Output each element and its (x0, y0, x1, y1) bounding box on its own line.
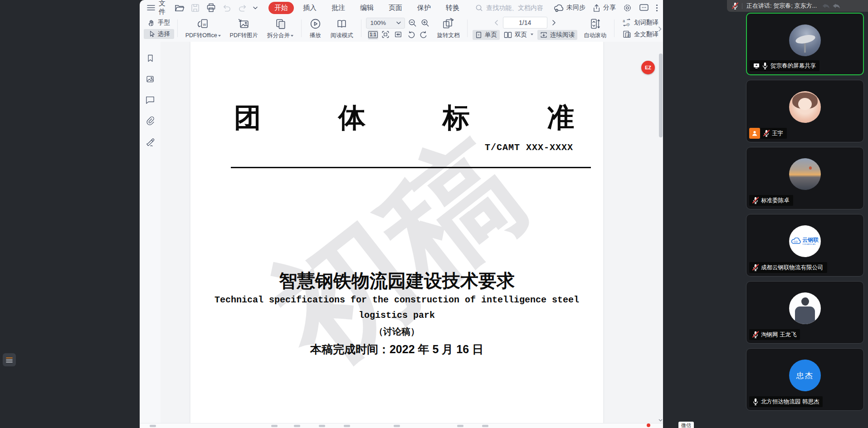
muted-mic-icon (753, 197, 758, 204)
participant-namebar: 北方恒达物流园 韩思杰 (749, 396, 823, 407)
pdf-to-office-label: PDF转Office (185, 32, 217, 39)
bookmark-icon[interactable] (146, 54, 155, 63)
single-page-button[interactable]: 单页 (473, 30, 500, 40)
scrollbar-thumb[interactable] (659, 54, 663, 137)
wechat-taskbar-label[interactable]: 微信 (678, 422, 694, 428)
svg-text:GD: GD (794, 240, 798, 243)
image-panel-icon[interactable] (145, 74, 155, 84)
fit-page-icon[interactable] (380, 30, 391, 39)
vertical-scrollbar[interactable] (659, 44, 663, 414)
document-viewport[interactable]: 初稿 团 体 标 准 T/CAMT XXX-XXXX 智慧钢铁物流园建设技术要求… (161, 42, 663, 423)
hamburger-menu-icon (147, 5, 155, 11)
muted-mic-icon[interactable] (732, 2, 738, 10)
open-file-icon[interactable] (175, 3, 185, 13)
split-merge-button[interactable]: 拆分合并 (263, 18, 298, 39)
message-bubble-icon[interactable] (639, 4, 649, 12)
file-menu[interactable]: 文件 (147, 0, 166, 16)
wps-pdf-window: 文件 开始 插入 批注 编辑 页面 保护 转换 未同步 (140, 0, 663, 428)
window-actions: 未同步 分享 (553, 3, 663, 13)
participant-tile[interactable]: GD 云钢联 YUNGANGLIAN 成都云钢联物流有限公司 (746, 214, 864, 277)
auto-scroll-button[interactable]: 自动滚动 (579, 18, 611, 39)
tab-insert[interactable]: 插入 (297, 2, 322, 14)
double-page-button[interactable]: 双页 (501, 30, 536, 40)
settings-gear-icon[interactable] (623, 3, 632, 13)
statusbar-cut-icon (150, 425, 156, 427)
tab-edit[interactable]: 编辑 (354, 2, 380, 14)
sync-status-button[interactable]: 未同步 (553, 4, 585, 12)
floating-red-badge[interactable]: EZ (641, 61, 655, 74)
prev-page-icon[interactable] (493, 19, 499, 26)
split-merge-icon (274, 18, 287, 30)
next-page-icon[interactable] (551, 19, 557, 26)
book-icon (336, 18, 348, 30)
speaking-banner-text: 正在讲话: 贺宗春; 京东方... (746, 2, 817, 10)
page-indicator[interactable]: 1/14 (503, 17, 547, 29)
signature-icon[interactable] (145, 137, 155, 147)
hand-tool-button[interactable]: 手型 (143, 18, 174, 28)
participant-tile[interactable]: 忠杰 北方恒达物流园 韩思杰 (746, 348, 864, 411)
attachment-icon[interactable] (146, 116, 155, 126)
tab-comment[interactable]: 批注 (326, 2, 351, 14)
participant-tile-screen-share[interactable]: 贺宗春的屏幕共享 (746, 13, 864, 75)
rotate-left-icon[interactable] (406, 30, 416, 39)
statusbar-cut-icon (647, 423, 650, 427)
pdf-to-office-button[interactable]: w PDF转Office (181, 18, 225, 39)
word-translate-icon: a中 (622, 18, 631, 27)
rotate-doc-group: 旋转文档 (432, 15, 464, 41)
scroll-down-icon[interactable] (658, 419, 663, 422)
view-group: 播放 阅读模式 (305, 15, 358, 41)
page-nav-group: 1/14 单页 双页 连续阅读 (471, 15, 579, 41)
zoom-level-dropdown[interactable]: 100% (366, 18, 405, 29)
fit-width-icon[interactable] (393, 30, 404, 39)
statusbar-cut-icon (482, 425, 488, 427)
play-button[interactable]: 播放 (305, 18, 326, 39)
reading-mode-button[interactable]: 阅读模式 (326, 18, 358, 39)
full-translate-button[interactable]: 译 全文翻译 (618, 29, 663, 39)
undo-icon[interactable] (222, 4, 232, 12)
reply-arrow-icon[interactable] (831, 2, 841, 10)
cursor-arrow-icon (148, 30, 155, 38)
select-tool-button[interactable]: 选择 (144, 29, 174, 39)
tab-convert[interactable]: 转换 (440, 2, 465, 14)
rotate-document-button[interactable]: 旋转文档 (432, 18, 464, 39)
ribbon-overflow-icon[interactable] (658, 26, 662, 32)
rotate-right-icon[interactable] (419, 30, 429, 39)
save-icon[interactable] (190, 3, 200, 13)
more-options-icon[interactable] (656, 4, 658, 12)
reply-arrow-icon[interactable] (821, 2, 831, 10)
pdf-to-image-button[interactable]: PDF转图片 (225, 18, 263, 39)
participant-tile[interactable]: 淘钢网 王龙飞 (746, 281, 864, 344)
word-translate-button[interactable]: a中 划词翻译 (618, 17, 663, 28)
avatar: 忠杰 (789, 360, 821, 391)
search-input[interactable] (486, 4, 553, 11)
file-menu-label: 文件 (159, 0, 166, 16)
zoom-in-icon[interactable] (420, 18, 430, 28)
divider (177, 19, 178, 37)
comment-panel-icon[interactable] (145, 95, 155, 104)
search-box[interactable] (475, 4, 553, 12)
print-icon[interactable] (206, 3, 216, 13)
participant-name: 贺宗春的屏幕共享 (770, 62, 816, 70)
tab-home[interactable]: 开始 (268, 2, 294, 14)
actual-size-button[interactable]: 1:1 (368, 30, 378, 39)
participant-tile[interactable]: 标准委陈卓 (746, 147, 864, 209)
zoom-out-icon[interactable] (407, 18, 418, 28)
continuous-reading-button[interactable]: 连续阅读 (537, 30, 577, 40)
tab-page[interactable]: 页面 (383, 2, 408, 14)
quick-access-dropdown-icon[interactable] (253, 6, 258, 10)
redo-icon[interactable] (238, 4, 247, 12)
auto-scroll-icon (589, 18, 601, 30)
rotate-document-label: 旋转文档 (437, 32, 459, 39)
standard-number: T/CAMT XXX-XXXX (485, 142, 573, 153)
tab-protect[interactable]: 保护 (411, 2, 437, 14)
floating-list-widget[interactable] (3, 353, 16, 366)
auto-scroll-label: 自动滚动 (584, 32, 606, 39)
dropdown-caret-icon (218, 35, 221, 38)
logo-text-cn: 云钢联 (802, 237, 819, 243)
participant-tile[interactable]: 王宇 (746, 80, 864, 142)
share-button[interactable]: 分享 (592, 4, 616, 12)
select-tool-label: 选择 (158, 30, 170, 38)
rotate-document-icon (442, 18, 454, 30)
statusbar-cut-icon (294, 425, 300, 427)
translate-group: a中 划词翻译 译 全文翻译 (618, 15, 663, 41)
